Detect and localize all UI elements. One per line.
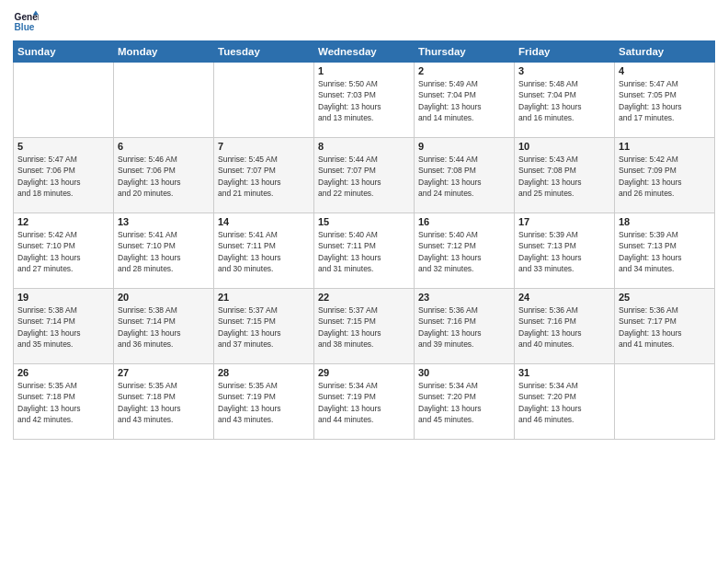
day-info: Sunrise: 5:43 AM Sunset: 7:08 PM Dayligh… bbox=[518, 154, 610, 199]
calendar-cell: 11Sunrise: 5:42 AM Sunset: 7:09 PM Dayli… bbox=[615, 138, 715, 213]
calendar-cell: 4Sunrise: 5:47 AM Sunset: 7:05 PM Daylig… bbox=[615, 63, 715, 138]
day-header: Tuesday bbox=[214, 41, 314, 63]
day-number: 12 bbox=[17, 216, 109, 227]
day-info: Sunrise: 5:47 AM Sunset: 7:05 PM Dayligh… bbox=[619, 78, 711, 123]
calendar-week-row: 5Sunrise: 5:47 AM Sunset: 7:06 PM Daylig… bbox=[14, 138, 715, 213]
day-number: 20 bbox=[118, 292, 210, 303]
day-info: Sunrise: 5:44 AM Sunset: 7:08 PM Dayligh… bbox=[418, 154, 510, 199]
calendar-body: 1Sunrise: 5:50 AM Sunset: 7:03 PM Daylig… bbox=[14, 63, 715, 440]
day-info: Sunrise: 5:46 AM Sunset: 7:06 PM Dayligh… bbox=[118, 154, 210, 199]
day-number: 27 bbox=[118, 367, 210, 378]
day-info: Sunrise: 5:35 AM Sunset: 7:18 PM Dayligh… bbox=[118, 380, 210, 425]
day-info: Sunrise: 5:37 AM Sunset: 7:15 PM Dayligh… bbox=[318, 304, 410, 350]
logo-icon: General Blue bbox=[13, 9, 39, 35]
calendar-week-row: 1Sunrise: 5:50 AM Sunset: 7:03 PM Daylig… bbox=[14, 63, 715, 138]
calendar-cell: 8Sunrise: 5:44 AM Sunset: 7:07 PM Daylig… bbox=[314, 138, 415, 213]
day-header: Wednesday bbox=[314, 41, 415, 63]
calendar-week-row: 19Sunrise: 5:38 AM Sunset: 7:14 PM Dayli… bbox=[14, 289, 715, 364]
calendar-cell: 30Sunrise: 5:34 AM Sunset: 7:20 PM Dayli… bbox=[415, 364, 515, 440]
calendar-cell: 3Sunrise: 5:48 AM Sunset: 7:04 PM Daylig… bbox=[515, 63, 615, 138]
calendar-cell: 10Sunrise: 5:43 AM Sunset: 7:08 PM Dayli… bbox=[515, 138, 615, 213]
day-info: Sunrise: 5:42 AM Sunset: 7:09 PM Dayligh… bbox=[619, 154, 711, 199]
day-number: 13 bbox=[118, 216, 210, 227]
calendar-table: SundayMondayTuesdayWednesdayThursdayFrid… bbox=[13, 40, 715, 440]
calendar-cell: 14Sunrise: 5:41 AM Sunset: 7:11 PM Dayli… bbox=[214, 213, 314, 289]
day-info: Sunrise: 5:36 AM Sunset: 7:17 PM Dayligh… bbox=[619, 304, 711, 350]
day-number: 29 bbox=[318, 367, 410, 378]
day-number: 3 bbox=[518, 65, 610, 76]
logo: General Blue bbox=[13, 9, 39, 35]
day-info: Sunrise: 5:40 AM Sunset: 7:12 PM Dayligh… bbox=[418, 229, 510, 274]
day-header: Saturday bbox=[615, 41, 715, 63]
day-number: 6 bbox=[118, 141, 210, 152]
calendar-cell: 23Sunrise: 5:36 AM Sunset: 7:16 PM Dayli… bbox=[415, 289, 515, 364]
calendar-page: General Blue SundayMondayTuesdayWednesda… bbox=[0, 0, 728, 563]
calendar-cell: 27Sunrise: 5:35 AM Sunset: 7:18 PM Dayli… bbox=[114, 364, 214, 440]
day-number: 18 bbox=[619, 216, 711, 227]
day-info: Sunrise: 5:50 AM Sunset: 7:03 PM Dayligh… bbox=[318, 78, 410, 123]
day-header: Monday bbox=[114, 41, 214, 63]
day-number: 4 bbox=[619, 65, 711, 76]
calendar-cell: 2Sunrise: 5:49 AM Sunset: 7:04 PM Daylig… bbox=[415, 63, 515, 138]
day-info: Sunrise: 5:36 AM Sunset: 7:16 PM Dayligh… bbox=[518, 304, 610, 350]
day-number: 26 bbox=[17, 367, 109, 378]
day-info: Sunrise: 5:41 AM Sunset: 7:10 PM Dayligh… bbox=[118, 229, 210, 274]
calendar-cell: 15Sunrise: 5:40 AM Sunset: 7:11 PM Dayli… bbox=[314, 213, 415, 289]
svg-text:Blue: Blue bbox=[15, 22, 35, 32]
calendar-cell: 7Sunrise: 5:45 AM Sunset: 7:07 PM Daylig… bbox=[214, 138, 314, 213]
calendar-cell: 5Sunrise: 5:47 AM Sunset: 7:06 PM Daylig… bbox=[14, 138, 114, 213]
calendar-cell: 20Sunrise: 5:38 AM Sunset: 7:14 PM Dayli… bbox=[114, 289, 214, 364]
day-info: Sunrise: 5:48 AM Sunset: 7:04 PM Dayligh… bbox=[518, 78, 610, 123]
day-number: 17 bbox=[518, 216, 610, 227]
day-number: 19 bbox=[17, 292, 109, 303]
day-number: 31 bbox=[518, 367, 610, 378]
day-number: 7 bbox=[218, 141, 310, 152]
calendar-cell: 31Sunrise: 5:34 AM Sunset: 7:20 PM Dayli… bbox=[515, 364, 615, 440]
day-info: Sunrise: 5:37 AM Sunset: 7:15 PM Dayligh… bbox=[218, 304, 310, 350]
day-number: 1 bbox=[318, 65, 410, 76]
calendar-cell: 19Sunrise: 5:38 AM Sunset: 7:14 PM Dayli… bbox=[14, 289, 114, 364]
day-number: 21 bbox=[218, 292, 310, 303]
day-number: 22 bbox=[318, 292, 410, 303]
calendar-cell: 22Sunrise: 5:37 AM Sunset: 7:15 PM Dayli… bbox=[314, 289, 415, 364]
calendar-cell: 18Sunrise: 5:39 AM Sunset: 7:13 PM Dayli… bbox=[615, 213, 715, 289]
day-info: Sunrise: 5:39 AM Sunset: 7:13 PM Dayligh… bbox=[518, 229, 610, 274]
day-info: Sunrise: 5:42 AM Sunset: 7:10 PM Dayligh… bbox=[17, 229, 109, 274]
day-info: Sunrise: 5:45 AM Sunset: 7:07 PM Dayligh… bbox=[218, 154, 310, 199]
day-number: 24 bbox=[518, 292, 610, 303]
day-number: 14 bbox=[218, 216, 310, 227]
day-number: 28 bbox=[218, 367, 310, 378]
calendar-cell: 1Sunrise: 5:50 AM Sunset: 7:03 PM Daylig… bbox=[314, 63, 415, 138]
day-header: Thursday bbox=[415, 41, 515, 63]
day-info: Sunrise: 5:41 AM Sunset: 7:11 PM Dayligh… bbox=[218, 229, 310, 274]
calendar-cell: 25Sunrise: 5:36 AM Sunset: 7:17 PM Dayli… bbox=[615, 289, 715, 364]
day-info: Sunrise: 5:38 AM Sunset: 7:14 PM Dayligh… bbox=[118, 304, 210, 350]
calendar-cell: 26Sunrise: 5:35 AM Sunset: 7:18 PM Dayli… bbox=[14, 364, 114, 440]
calendar-cell: 21Sunrise: 5:37 AM Sunset: 7:15 PM Dayli… bbox=[214, 289, 314, 364]
day-info: Sunrise: 5:38 AM Sunset: 7:14 PM Dayligh… bbox=[17, 304, 109, 350]
day-number: 16 bbox=[418, 216, 510, 227]
calendar-cell bbox=[214, 63, 314, 138]
calendar-cell: 9Sunrise: 5:44 AM Sunset: 7:08 PM Daylig… bbox=[415, 138, 515, 213]
calendar-cell: 13Sunrise: 5:41 AM Sunset: 7:10 PM Dayli… bbox=[114, 213, 214, 289]
calendar-header-row: SundayMondayTuesdayWednesdayThursdayFrid… bbox=[14, 41, 715, 63]
day-header: Friday bbox=[515, 41, 615, 63]
day-number: 25 bbox=[619, 292, 711, 303]
day-number: 9 bbox=[418, 141, 510, 152]
day-number: 10 bbox=[518, 141, 610, 152]
calendar-cell: 28Sunrise: 5:35 AM Sunset: 7:19 PM Dayli… bbox=[214, 364, 314, 440]
day-info: Sunrise: 5:34 AM Sunset: 7:19 PM Dayligh… bbox=[318, 380, 410, 425]
day-info: Sunrise: 5:34 AM Sunset: 7:20 PM Dayligh… bbox=[418, 380, 510, 425]
day-info: Sunrise: 5:39 AM Sunset: 7:13 PM Dayligh… bbox=[619, 229, 711, 274]
calendar-cell bbox=[114, 63, 214, 138]
calendar-cell: 24Sunrise: 5:36 AM Sunset: 7:16 PM Dayli… bbox=[515, 289, 615, 364]
day-number: 2 bbox=[418, 65, 510, 76]
day-header: Sunday bbox=[14, 41, 114, 63]
day-number: 23 bbox=[418, 292, 510, 303]
calendar-cell bbox=[615, 364, 715, 440]
day-info: Sunrise: 5:35 AM Sunset: 7:18 PM Dayligh… bbox=[17, 380, 109, 425]
day-number: 15 bbox=[318, 216, 410, 227]
header: General Blue bbox=[13, 9, 715, 35]
day-info: Sunrise: 5:44 AM Sunset: 7:07 PM Dayligh… bbox=[318, 154, 410, 199]
calendar-week-row: 26Sunrise: 5:35 AM Sunset: 7:18 PM Dayli… bbox=[14, 364, 715, 440]
